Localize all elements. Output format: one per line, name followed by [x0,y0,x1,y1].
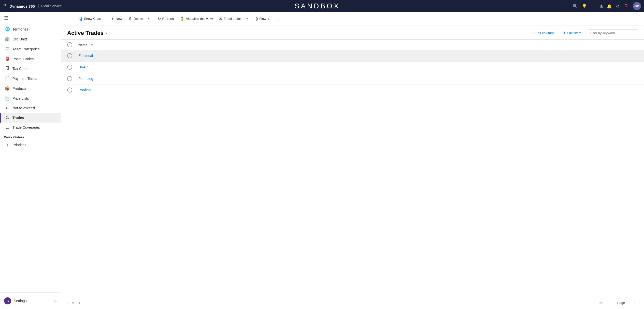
table-header-row: Name ↑ ∨ [61,40,644,50]
content-area: ← 📊 Show Chart ＋ New 🗑 Delete ∨ ↻ Refres… [61,12,644,309]
edit-columns-button[interactable]: ⊞ Edit columns [529,30,557,36]
sidebar-item-org-units[interactable]: 🏢 Org Units [0,34,61,44]
back-button[interactable]: ← [65,15,74,23]
sidebar-item-asset-categories[interactable]: 📋 Asset Categories [0,44,61,54]
sort-toggle-icon[interactable]: ∨ [91,43,93,47]
table-row[interactable]: HVAC [61,62,644,73]
price-lists-icon: 📃 [5,96,10,101]
email-link-button[interactable]: ✉ Email a Link [216,15,244,23]
sidebar-label-org-units: Org Units [12,37,27,41]
nav-icons: 🔍 💡 ＋ ⚗ 🔔 ⚙ ❓ BD [573,2,641,10]
refresh-icon: ↻ [158,17,161,21]
first-page-button[interactable]: ⏮ [597,299,605,306]
visualize-icon: 🏅 [180,17,185,21]
edit-filters-button[interactable]: ⚗ Edit filters [560,30,584,36]
sidebar-item-territories[interactable]: 🌐 Territories [0,24,61,34]
sidebar-item-products[interactable]: 📦 Products [0,83,61,93]
new-label: New [116,17,122,21]
new-button[interactable]: ＋ New [108,15,125,23]
flow-button[interactable]: ⟫ Flow ∨ [253,15,272,23]
delete-chevron-icon[interactable]: ∨ [147,16,151,22]
header-checkbox[interactable] [67,42,75,47]
app-name: Dynamics 365 [9,4,35,8]
next-page-button[interactable]: → [630,299,638,306]
avatar[interactable]: BD [633,2,641,10]
record-link-plumbing[interactable]: Plumbing [78,77,93,81]
table-row[interactable]: Roofing [61,84,644,96]
sidebar-label-trade-coverages: Trade Coverages [12,125,40,129]
new-icon: ＋ [111,16,115,21]
filter-by-keyword-input[interactable] [587,30,638,36]
table-row[interactable]: Plumbing [61,73,644,84]
name-column-label: Name [78,43,87,47]
view-actions: ⊞ Edit columns ⚗ Edit filters [529,30,638,36]
sidebar-item-tax-codes[interactable]: 🗄 Tax Codes [0,64,61,73]
priorities-icon: ↕ [5,143,10,147]
more-options-button[interactable]: … [273,15,281,23]
toolbar-divider-2 [153,15,153,22]
sidebar-label-products: Products [12,86,26,91]
search-icon[interactable]: 🔍 [573,4,578,9]
email-icon: ✉ [219,17,222,21]
edit-columns-label: Edit columns [536,31,554,35]
flow-chevron-icon: ∨ [268,17,270,20]
sidebar-label-territories: Territories [12,27,28,31]
plus-icon[interactable]: ＋ [591,4,595,9]
sidebar-item-trades[interactable]: 🗂 Trades [0,113,61,123]
sidebar-label-tax-codes: Tax Codes [12,67,29,71]
payment-terms-icon: 📄 [5,76,10,81]
gear-icon[interactable]: ⚙ [616,4,620,9]
sidebar-header: ☰ [0,12,61,24]
sidebar-label-payment-terms: Payment Terms [12,77,37,81]
bell-icon[interactable]: 🔔 [607,4,612,9]
view-title: Active Trades ∨ [67,30,108,36]
sidebar-label-not-to-exceed: Not-to-exceed [12,106,35,110]
trade-coverages-icon: 🗂 [5,125,10,130]
row-radio-electrical[interactable] [67,53,72,58]
table-footer: 1 - 4 of 4 ⏮ ← Page 1 → [61,296,644,309]
row-radio-plumbing[interactable] [67,76,72,81]
top-nav: ⠿ Dynamics 365 Field Service SANDBOX 🔍 💡… [0,0,644,12]
sidebar: ☰ 🌐 Territories 🏢 Org Units 📋 Asset Cate… [0,12,61,309]
org-units-icon: 🏢 [5,37,10,41]
row-radio-hvac[interactable] [67,65,72,70]
sidebar-item-postal-codes[interactable]: 📮 Postal Codes [0,54,61,64]
table-row[interactable]: Electrical [61,50,644,62]
record-link-electrical[interactable]: Electrical [78,54,93,58]
record-link-hvac[interactable]: HVAC [78,65,88,69]
visualize-label: Visualize this view [186,17,213,21]
products-icon: 📦 [5,86,10,91]
sidebar-item-payment-terms[interactable]: 📄 Payment Terms [0,73,61,83]
help-icon[interactable]: ❓ [624,4,629,9]
lightbulb-icon[interactable]: 💡 [582,4,587,9]
asset-categories-icon: 📋 [5,47,10,51]
name-column-header[interactable]: Name ↑ ∨ [78,43,638,47]
filter-icon[interactable]: ⚗ [599,4,603,9]
email-chevron-icon[interactable]: ∨ [245,16,249,22]
prev-page-button[interactable]: ← [607,299,615,306]
sidebar-label-price-lists: Price Lists [12,96,29,100]
settings-nav-item[interactable]: S Settings ◇ [0,295,61,307]
refresh-button[interactable]: ↻ Refresh [155,15,177,23]
postal-codes-icon: 📮 [5,56,10,61]
row-radio-roofing[interactable] [67,87,72,93]
sidebar-item-trade-coverages[interactable]: 🗂 Trade Coverages [0,123,61,132]
pagination: ⏮ ← Page 1 → [597,299,638,306]
toolbar: ← 📊 Show Chart ＋ New 🗑 Delete ∨ ↻ Refres… [61,12,644,25]
sidebar-item-price-lists[interactable]: 📃 Price Lists [0,93,61,103]
view-title-text: Active Trades [67,30,104,36]
show-chart-button[interactable]: 📊 Show Chart [75,15,104,23]
view-title-chevron-icon[interactable]: ∨ [105,31,108,35]
sidebar-footer: S Settings ◇ [0,292,61,309]
page-label: Page 1 [617,301,628,305]
refresh-label: Refresh [162,17,174,21]
module-name: Field Service [38,4,62,8]
hamburger-icon[interactable]: ☰ [4,15,8,21]
waffle-icon[interactable]: ⠿ [3,3,6,9]
visualize-button[interactable]: 🏅 Visualize this view [177,15,215,23]
record-link-roofing[interactable]: Roofing [78,88,91,92]
sidebar-item-priorities[interactable]: ↕ Priorities [0,140,61,150]
sidebar-item-not-to-exceed[interactable]: 🏷 Not-to-exceed [0,103,61,113]
work-orders-section: Work Orders [0,132,61,140]
delete-button[interactable]: 🗑 Delete [126,15,146,22]
